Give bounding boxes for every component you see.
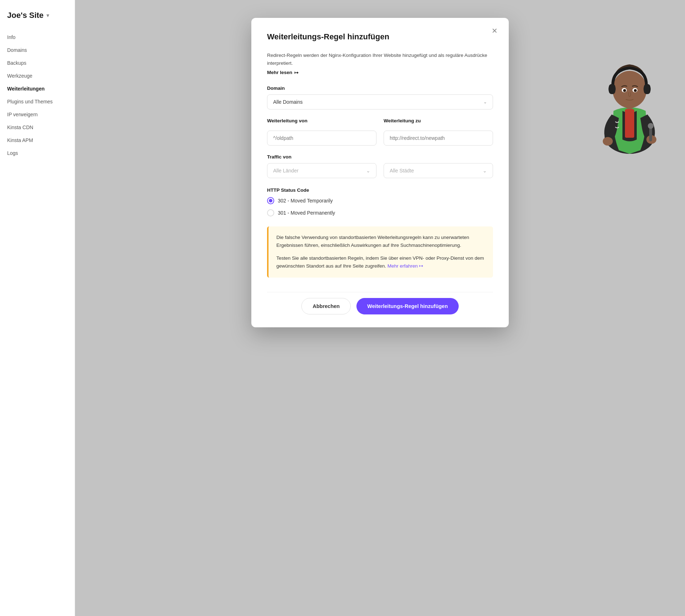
to-field-group: Weiterleitung zu [384,118,493,146]
warning-arrow-icon: ↦ [419,263,423,269]
domain-dropdown-value: Alle Domains [273,99,302,105]
character-illustration [592,32,667,155]
site-title-container[interactable]: Joe's Site ▾ [0,7,75,31]
domain-label: Domain [267,85,493,91]
sidebar: Joe's Site ▾ Info Domains Backups Werkze… [0,0,75,616]
sidebar-item-ip-verweigern[interactable]: IP verweigern [0,108,75,121]
warning-box: Die falsche Verwendung von standortbasie… [267,226,493,278]
countries-chevron-icon: ⌄ [366,168,370,173]
radio-btn-301[interactable] [267,209,274,216]
submit-button[interactable]: Weiterleitungs-Regel hinzufügen [356,298,458,314]
http-status-label: HTTP Status Code [267,187,493,193]
svg-point-5 [648,123,654,129]
traffic-label: Traffic von [267,154,493,160]
close-button[interactable]: ✕ [489,25,500,36]
svg-point-10 [623,89,626,92]
to-input[interactable] [384,131,493,146]
svg-rect-4 [649,127,652,141]
http-status-section: HTTP Status Code 302 - Moved Temporarily… [267,187,493,216]
radio-btn-302[interactable] [267,197,274,204]
more-link-label: Mehr lesen [267,70,292,75]
domain-chevron-icon: ⌄ [483,99,487,104]
cities-chevron-icon: ⌄ [483,168,487,173]
warning-text-1: Die falsche Verwendung von standortbasie… [276,234,485,250]
redirect-fields: Weiterleitung von Weiterleitung zu [267,118,493,146]
sidebar-item-logs[interactable]: Logs [0,147,75,160]
modal-description: Redirect-Regeln werden der Nginx-Konfigu… [267,52,493,67]
from-label: Weiterleitung von [267,118,376,123]
radio-label-301: 301 - Moved Permanently [278,210,335,216]
warning-more-link[interactable]: Mehr erfahren ↦ [388,263,424,269]
svg-point-14 [608,84,616,94]
domain-dropdown[interactable]: Alle Domains ⌄ [267,94,493,109]
sidebar-item-werkzeuge[interactable]: Werkzeuge [0,69,75,82]
modal-overlay: ✕ Weiterleitungs-Regel hinzufügen Redire… [75,0,685,616]
more-link[interactable]: Mehr lesen ↦ [267,70,299,75]
more-link-arrow-icon: ↦ [294,70,299,75]
sidebar-item-kinsta-apm[interactable]: Kinsta APM [0,134,75,147]
modal-dialog: ✕ Weiterleitungs-Regel hinzufügen Redire… [251,18,509,327]
from-input[interactable] [267,131,376,146]
countries-dropdown[interactable]: Alle Länder ⌄ [267,163,376,178]
traffic-section: Traffic von Alle Länder ⌄ Alle Städte ⌄ [267,154,493,178]
radio-item-301[interactable]: 301 - Moved Permanently [267,209,493,216]
sidebar-item-weiterleitungen[interactable]: Weiterleitungen [0,82,75,95]
site-chevron-icon: ▾ [46,13,49,18]
sidebar-item-backups[interactable]: Backups [0,57,75,69]
radio-group: 302 - Moved Temporarily 301 - Moved Perm… [267,197,493,216]
cities-dropdown-value: Alle Städte [390,168,414,173]
svg-rect-1 [625,109,634,138]
sidebar-item-plugins[interactable]: Plugins und Themes [0,95,75,108]
warning-more-link-label: Mehr erfahren [388,263,418,269]
cancel-button[interactable]: Abbrechen [301,298,351,314]
countries-dropdown-value: Alle Länder [273,168,299,173]
svg-point-15 [644,84,651,94]
sidebar-item-domains[interactable]: Domains [0,44,75,57]
modal-title: Weiterleitungs-Regel hinzufügen [267,32,493,41]
svg-point-11 [634,89,637,92]
site-name: Joe's Site [7,11,44,20]
modal-footer: Abbrechen Weiterleitungs-Regel hinzufüge… [267,292,493,314]
radio-label-302: 302 - Moved Temporarily [278,198,333,204]
traffic-dropdowns: Alle Länder ⌄ Alle Städte ⌄ [267,163,493,178]
svg-point-7 [612,71,647,108]
radio-item-302[interactable]: 302 - Moved Temporarily [267,197,493,204]
from-field-group: Weiterleitung von [267,118,376,146]
warning-text-2: Testen Sie alle standortbasierten Regeln… [276,254,485,270]
svg-point-2 [603,137,613,146]
to-label: Weiterleitung zu [384,118,493,123]
cities-dropdown[interactable]: Alle Städte ⌄ [384,163,493,178]
sidebar-item-kinsta-cdn[interactable]: Kinsta CDN [0,121,75,134]
sidebar-item-info[interactable]: Info [0,31,75,44]
